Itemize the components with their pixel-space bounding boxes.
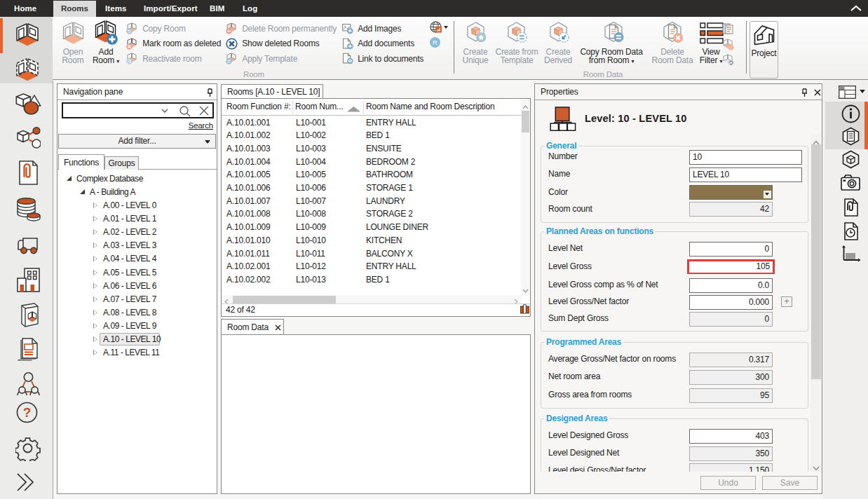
svg-text:?: ?	[23, 405, 32, 420]
svg-text:R: R	[433, 39, 438, 46]
